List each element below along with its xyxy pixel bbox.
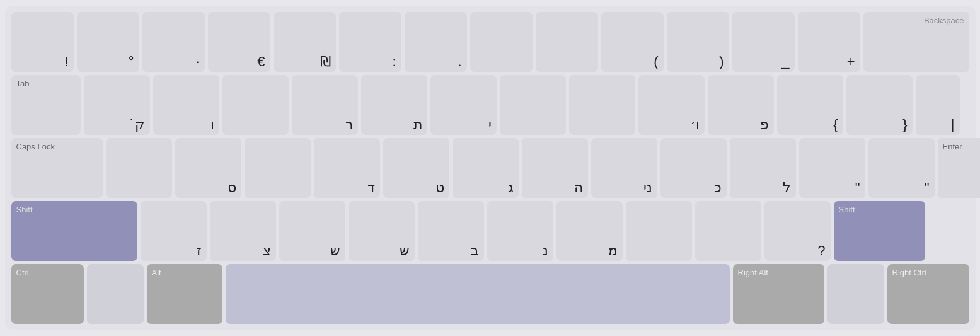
key-x[interactable]: צ [210,201,276,261]
key-lbracket[interactable]: { [777,75,843,135]
key-h[interactable]: ג [453,138,519,198]
key-b[interactable]: ב [418,201,484,261]
key-c[interactable]: ש [279,201,345,261]
key-k[interactable]: ני [591,138,657,198]
key-m[interactable]: מ [556,201,623,261]
left-ctrl-key[interactable]: Ctrl [11,264,84,324]
key-equals[interactable]: + [798,12,860,72]
enter-key[interactable]: Enter [938,138,981,198]
key-1[interactable]: ° [77,12,139,72]
key-8[interactable] [536,12,598,72]
key-e[interactable] [222,75,289,135]
key-j[interactable]: ה [522,138,588,198]
bottom-row: Ctrl Alt Right Alt Right Ctrl [11,264,969,324]
shift-row: Shift ז צ ש ש ב נ מ ? [11,201,969,261]
key-i[interactable] [569,75,635,135]
key-4[interactable]: ₪ [274,12,336,72]
key-hash[interactable]: " [868,138,935,198]
key-9[interactable]: ( [601,12,664,72]
key-f[interactable]: ד [314,138,380,198]
right-ctrl-key[interactable]: Right Ctrl [887,264,969,324]
key-pipe[interactable]: | [916,75,960,135]
spacebar-key[interactable] [226,264,730,324]
key-d[interactable] [245,138,311,198]
key-v[interactable]: ש [349,201,415,261]
key-rbracket[interactable]: } [846,75,913,135]
qwerty-row: Tab ק̇ ו ר ת י ו׳ פ { [11,75,969,135]
key-0[interactable]: ) [667,12,729,72]
key-semicolon[interactable]: ל [730,138,796,198]
key-comma[interactable] [626,201,692,261]
caps-lock-key[interactable]: Caps Lock [11,138,103,198]
key-y[interactable]: י [430,75,497,135]
key-a[interactable] [106,138,172,198]
key-s[interactable]: ס [175,138,241,198]
number-row: ! ° · € ₪ : . ( ) _ [11,12,969,72]
alt-key[interactable]: Alt [147,264,222,324]
key-p[interactable]: פ [708,75,774,135]
right-alt-key[interactable]: Right Alt [733,264,824,324]
keyboard: ! ° · € ₪ : . ( ) _ [5,6,976,330]
key-l[interactable]: כ [660,138,727,198]
right-shift-key[interactable]: Shift [834,201,925,261]
key-r[interactable]: ר [292,75,358,135]
key-6[interactable]: . [405,12,467,72]
tab-key[interactable]: Tab [11,75,81,135]
key-q[interactable]: ק̇ [84,75,150,135]
right-win-key[interactable] [827,264,884,324]
key-7[interactable] [470,12,533,72]
key-slash[interactable]: ? [764,201,831,261]
left-shift-key[interactable]: Shift [11,201,137,261]
win-key[interactable] [87,264,144,324]
key-o[interactable]: ו׳ [638,75,705,135]
key-w[interactable]: ו [153,75,219,135]
key-period[interactable] [695,201,761,261]
key-n[interactable]: נ [487,201,553,261]
key-2[interactable]: · [142,12,205,72]
key-minus[interactable]: _ [732,12,795,72]
key-5[interactable]: : [339,12,401,72]
backspace-key[interactable]: Backspace [863,12,969,72]
key-t[interactable]: ת [361,75,427,135]
key-quote[interactable]: " [799,138,865,198]
key-u[interactable] [500,75,566,135]
home-row: Caps Lock ס ד ט ג ה ני כ ל [11,138,969,198]
key-3[interactable]: € [208,12,270,72]
key-z[interactable]: ז [141,201,207,261]
key-g[interactable]: ט [383,138,449,198]
key-backtick[interactable]: ! [11,12,74,72]
